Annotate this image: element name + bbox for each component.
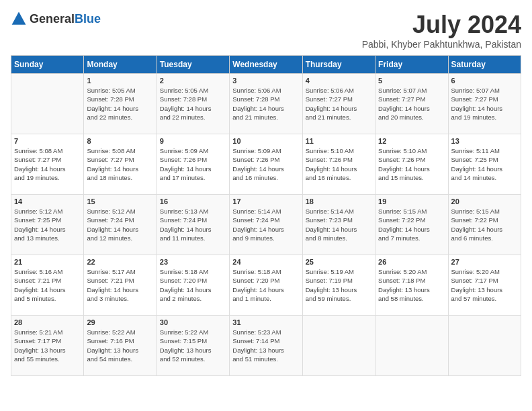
day-info: Sunrise: 5:09 AM Sunset: 7:26 PM Dayligh… [232, 146, 299, 182]
calendar-cell: 8Sunrise: 5:08 AM Sunset: 7:27 PM Daylig… [84, 134, 157, 195]
calendar-cell: 26Sunrise: 5:20 AM Sunset: 7:18 PM Dayli… [375, 255, 448, 316]
day-info: Sunrise: 5:14 AM Sunset: 7:24 PM Dayligh… [232, 207, 299, 242]
day-number: 31 [232, 318, 299, 326]
day-info: Sunrise: 5:19 AM Sunset: 7:19 PM Dayligh… [306, 267, 372, 303]
day-info: Sunrise: 5:18 AM Sunset: 7:20 PM Dayligh… [232, 267, 299, 303]
calendar-cell: 11Sunrise: 5:10 AM Sunset: 7:26 PM Dayli… [302, 134, 375, 195]
calendar-week-row: 21Sunrise: 5:16 AM Sunset: 7:21 PM Dayli… [11, 255, 521, 316]
calendar-cell: 9Sunrise: 5:09 AM Sunset: 7:26 PM Daylig… [157, 134, 229, 195]
calendar-cell: 24Sunrise: 5:18 AM Sunset: 7:20 PM Dayli… [230, 255, 302, 316]
calendar-cell: 22Sunrise: 5:17 AM Sunset: 7:21 PM Dayli… [84, 255, 157, 316]
calendar-cell: 7Sunrise: 5:08 AM Sunset: 7:27 PM Daylig… [11, 134, 84, 195]
day-number: 28 [14, 318, 81, 326]
calendar-cell: 16Sunrise: 5:13 AM Sunset: 7:24 PM Dayli… [157, 195, 229, 255]
calendar-week-row: 28Sunrise: 5:21 AM Sunset: 7:17 PM Dayli… [11, 316, 521, 376]
day-number: 29 [87, 318, 153, 326]
day-info: Sunrise: 5:14 AM Sunset: 7:23 PM Dayligh… [306, 207, 372, 242]
month-title: July 2024 [362, 11, 521, 39]
day-number: 23 [160, 258, 226, 266]
day-info: Sunrise: 5:10 AM Sunset: 7:26 PM Dayligh… [306, 146, 372, 182]
day-info: Sunrise: 5:22 AM Sunset: 7:15 PM Dayligh… [160, 328, 226, 363]
day-info: Sunrise: 5:10 AM Sunset: 7:26 PM Dayligh… [378, 146, 445, 182]
calendar-cell: 17Sunrise: 5:14 AM Sunset: 7:24 PM Dayli… [230, 195, 302, 255]
day-number: 30 [160, 318, 226, 326]
day-info: Sunrise: 5:08 AM Sunset: 7:27 PM Dayligh… [87, 146, 153, 182]
logo-general-text: General [30, 12, 75, 26]
day-info: Sunrise: 5:16 AM Sunset: 7:21 PM Dayligh… [14, 267, 81, 303]
day-number: 18 [306, 197, 372, 205]
day-info: Sunrise: 5:20 AM Sunset: 7:17 PM Dayligh… [451, 267, 518, 303]
calendar-cell [375, 316, 448, 376]
day-info: Sunrise: 5:15 AM Sunset: 7:22 PM Dayligh… [378, 207, 445, 242]
day-number: 19 [378, 197, 445, 205]
day-info: Sunrise: 5:15 AM Sunset: 7:22 PM Dayligh… [451, 207, 518, 242]
day-number: 26 [378, 258, 445, 266]
day-info: Sunrise: 5:17 AM Sunset: 7:21 PM Dayligh… [87, 267, 153, 303]
calendar-cell: 29Sunrise: 5:22 AM Sunset: 7:16 PM Dayli… [84, 316, 157, 376]
calendar-cell [302, 316, 375, 376]
day-header: Thursday [302, 56, 375, 74]
day-number: 11 [306, 137, 372, 145]
calendar-cell: 13Sunrise: 5:11 AM Sunset: 7:25 PM Dayli… [448, 134, 521, 195]
day-info: Sunrise: 5:22 AM Sunset: 7:16 PM Dayligh… [87, 328, 153, 363]
day-header: Tuesday [157, 56, 229, 74]
day-number: 14 [14, 197, 81, 205]
day-info: Sunrise: 5:21 AM Sunset: 7:17 PM Dayligh… [14, 328, 81, 363]
title-block: July 2024 Pabbi, Khyber Pakhtunkhwa, Pak… [362, 11, 521, 50]
calendar-cell: 20Sunrise: 5:15 AM Sunset: 7:22 PM Dayli… [448, 195, 521, 255]
calendar-cell: 2Sunrise: 5:05 AM Sunset: 7:28 PM Daylig… [157, 74, 229, 134]
day-info: Sunrise: 5:12 AM Sunset: 7:25 PM Dayligh… [14, 207, 81, 242]
day-info: Sunrise: 5:07 AM Sunset: 7:27 PM Dayligh… [451, 86, 518, 122]
calendar-cell: 28Sunrise: 5:21 AM Sunset: 7:17 PM Dayli… [11, 316, 84, 376]
day-number: 5 [378, 77, 445, 85]
calendar-cell: 5Sunrise: 5:07 AM Sunset: 7:27 PM Daylig… [375, 74, 448, 134]
calendar-cell: 27Sunrise: 5:20 AM Sunset: 7:17 PM Dayli… [448, 255, 521, 316]
calendar-cell: 10Sunrise: 5:09 AM Sunset: 7:26 PM Dayli… [230, 134, 302, 195]
day-number: 6 [451, 77, 518, 85]
day-header: Sunday [11, 56, 84, 74]
calendar-cell: 23Sunrise: 5:18 AM Sunset: 7:20 PM Dayli… [157, 255, 229, 316]
day-header: Friday [375, 56, 448, 74]
page-header: GeneralBlue July 2024 Pabbi, Khyber Pakh… [11, 11, 521, 50]
day-info: Sunrise: 5:23 AM Sunset: 7:14 PM Dayligh… [232, 328, 299, 363]
day-number: 27 [451, 258, 518, 266]
calendar-cell: 12Sunrise: 5:10 AM Sunset: 7:26 PM Dayli… [375, 134, 448, 195]
day-header: Monday [84, 56, 157, 74]
calendar-header-row: SundayMondayTuesdayWednesdayThursdayFrid… [11, 56, 521, 74]
day-number: 24 [232, 258, 299, 266]
location-subtitle: Pabbi, Khyber Pakhtunkhwa, Pakistan [362, 39, 521, 50]
day-number: 17 [232, 197, 299, 205]
calendar-cell: 4Sunrise: 5:06 AM Sunset: 7:27 PM Daylig… [302, 74, 375, 134]
svg-marker-0 [12, 12, 26, 25]
day-info: Sunrise: 5:13 AM Sunset: 7:24 PM Dayligh… [160, 207, 226, 242]
day-number: 1 [87, 77, 153, 85]
day-info: Sunrise: 5:20 AM Sunset: 7:18 PM Dayligh… [378, 267, 445, 303]
day-number: 10 [232, 137, 299, 145]
day-number: 22 [87, 258, 153, 266]
day-header: Wednesday [230, 56, 302, 74]
day-info: Sunrise: 5:06 AM Sunset: 7:27 PM Dayligh… [306, 86, 372, 122]
day-info: Sunrise: 5:07 AM Sunset: 7:27 PM Dayligh… [378, 86, 445, 122]
calendar-week-row: 1Sunrise: 5:05 AM Sunset: 7:28 PM Daylig… [11, 74, 521, 134]
calendar-body: 1Sunrise: 5:05 AM Sunset: 7:28 PM Daylig… [11, 74, 521, 376]
calendar-cell [11, 74, 84, 134]
day-info: Sunrise: 5:11 AM Sunset: 7:25 PM Dayligh… [451, 146, 518, 182]
day-number: 3 [232, 77, 299, 85]
calendar-week-row: 14Sunrise: 5:12 AM Sunset: 7:25 PM Dayli… [11, 195, 521, 255]
day-number: 2 [160, 77, 226, 85]
day-number: 9 [160, 137, 226, 145]
day-number: 13 [451, 137, 518, 145]
calendar-cell: 6Sunrise: 5:07 AM Sunset: 7:27 PM Daylig… [448, 74, 521, 134]
day-number: 25 [306, 258, 372, 266]
day-info: Sunrise: 5:08 AM Sunset: 7:27 PM Dayligh… [14, 146, 81, 182]
logo: GeneralBlue [11, 11, 101, 27]
day-number: 8 [87, 137, 153, 145]
calendar-week-row: 7Sunrise: 5:08 AM Sunset: 7:27 PM Daylig… [11, 134, 521, 195]
day-number: 16 [160, 197, 226, 205]
calendar-cell: 15Sunrise: 5:12 AM Sunset: 7:24 PM Dayli… [84, 195, 157, 255]
day-info: Sunrise: 5:18 AM Sunset: 7:20 PM Dayligh… [160, 267, 226, 303]
day-number: 12 [378, 137, 445, 145]
day-info: Sunrise: 5:05 AM Sunset: 7:28 PM Dayligh… [160, 86, 226, 122]
calendar-cell: 21Sunrise: 5:16 AM Sunset: 7:21 PM Dayli… [11, 255, 84, 316]
day-header: Saturday [448, 56, 521, 74]
